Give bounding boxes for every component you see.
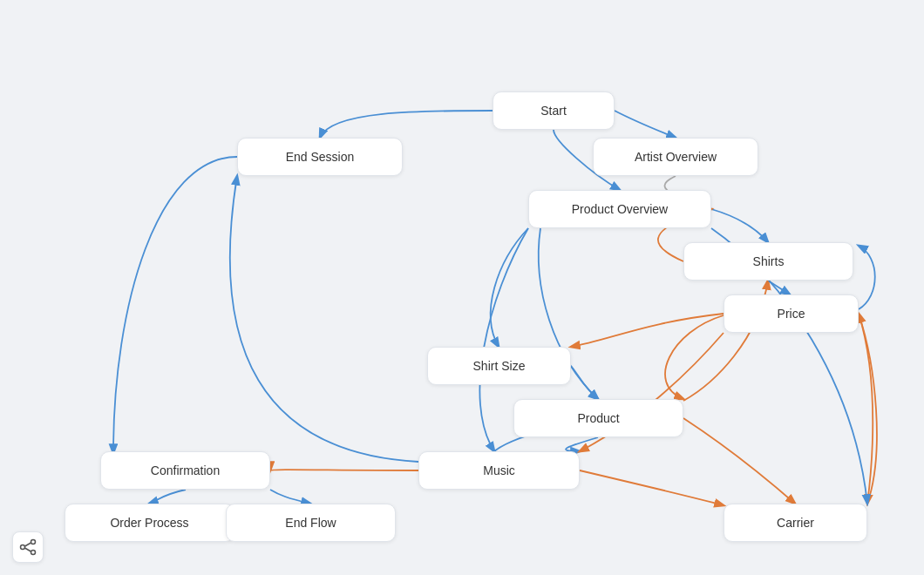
node-label-shirt-size: Shirt Size: [473, 359, 526, 373]
node-label-music: Music: [483, 463, 515, 477]
node-shirts[interactable]: Shirts: [683, 242, 853, 281]
node-label-product-overview: Product Overview: [572, 202, 668, 216]
node-order-process[interactable]: Order Process: [65, 504, 234, 542]
node-product-overview[interactable]: Product Overview: [528, 190, 711, 228]
node-music[interactable]: Music: [418, 451, 580, 490]
svg-point-1: [31, 540, 36, 545]
svg-point-2: [31, 551, 36, 555]
node-label-artist-overview: Artist Overview: [635, 150, 717, 164]
flow-icon-svg: [19, 538, 37, 556]
node-start[interactable]: Start: [493, 91, 615, 130]
svg-line-4: [25, 548, 31, 551]
node-label-order-process: Order Process: [110, 516, 188, 530]
node-end-flow[interactable]: End Flow: [226, 504, 396, 542]
flow-icon[interactable]: [12, 531, 44, 563]
node-label-end-flow: End Flow: [285, 516, 336, 530]
node-label-carrier: Carrier: [777, 516, 814, 530]
node-shirt-size[interactable]: Shirt Size: [427, 347, 571, 385]
svg-point-0: [21, 545, 25, 550]
node-label-start: Start: [540, 104, 567, 118]
node-label-product: Product: [577, 411, 619, 425]
flow-canvas: Start End Session Artist Overview Produc…: [0, 0, 924, 575]
node-label-shirts: Shirts: [753, 254, 785, 268]
node-confirmation[interactable]: Confirmation: [100, 451, 270, 490]
node-artist-overview[interactable]: Artist Overview: [593, 138, 758, 176]
node-label-price: Price: [778, 307, 805, 321]
node-price[interactable]: Price: [724, 294, 859, 333]
node-end-session[interactable]: End Session: [237, 138, 403, 176]
node-carrier[interactable]: Carrier: [724, 504, 867, 542]
node-label-confirmation: Confirmation: [151, 463, 220, 477]
svg-line-3: [25, 543, 31, 546]
node-label-end-session: End Session: [286, 150, 355, 164]
node-product[interactable]: Product: [513, 399, 683, 437]
